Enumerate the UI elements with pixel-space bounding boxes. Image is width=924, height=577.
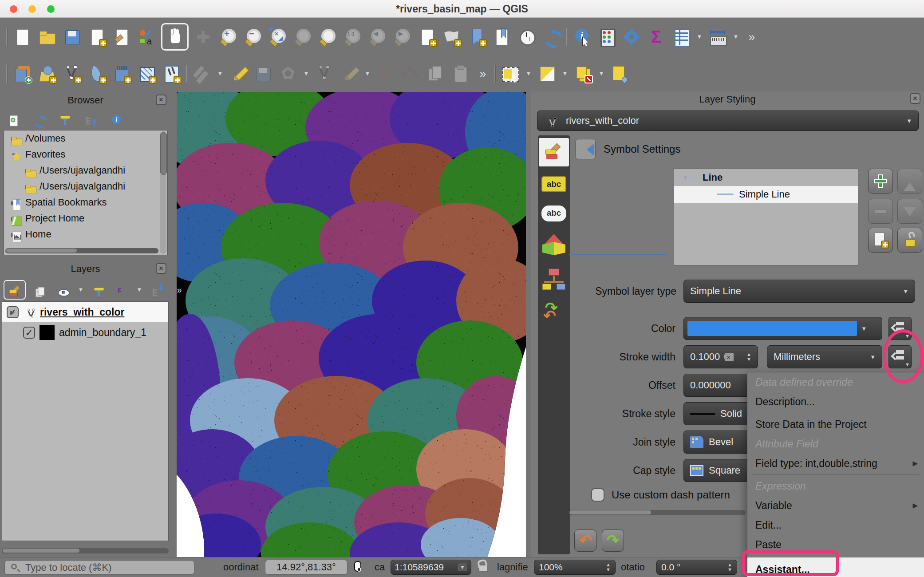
tab-labels[interactable]: abc: [541, 176, 566, 192]
select-features-dropdown[interactable]: ▼: [525, 63, 532, 84]
tab-masks[interactable]: abc: [541, 206, 566, 221]
symbol-layer-type-combo[interactable]: Simple Line▼: [683, 280, 915, 303]
lock-symbol-layer-button[interactable]: [897, 228, 922, 253]
paste-features-icon[interactable]: [450, 63, 470, 84]
deselect-dropdown[interactable]: ▼: [598, 63, 605, 84]
temporal-controller-icon[interactable]: [516, 27, 537, 47]
minimize-window-button[interactable]: [28, 5, 36, 13]
map-themes-dropdown[interactable]: ▼: [77, 283, 84, 296]
cut-features-icon[interactable]: [400, 63, 421, 84]
coordinate-value-field[interactable]: 14.92°,81.33°: [265, 560, 347, 575]
tab-symbology[interactable]: [539, 138, 569, 166]
copy-features-icon[interactable]: [425, 63, 446, 84]
data-source-manager-icon[interactable]: [12, 63, 32, 84]
browser-properties-icon[interactable]: i: [110, 114, 118, 123]
stroke-width-data-defined-override-button[interactable]: ▼: [888, 345, 912, 368]
new-virtual-layer-icon[interactable]: [111, 63, 132, 84]
refresh-browser-icon[interactable]: [32, 114, 41, 123]
layers-horizontal-scrollbar[interactable]: [2, 548, 169, 553]
spin-down-icon[interactable]: ▼: [746, 357, 751, 362]
zoom-full-extent-icon[interactable]: ×: [268, 27, 288, 47]
back-button[interactable]: [575, 139, 596, 159]
layer-checkbox[interactable]: ✓: [23, 327, 35, 339]
toolbar-overflow-icon[interactable]: »: [744, 27, 759, 47]
lock-scale-icon[interactable]: [478, 565, 488, 572]
processing-toolbox-icon[interactable]: [621, 27, 642, 47]
zoom-next-icon[interactable]: ▶: [392, 27, 412, 47]
browser-item-volumes[interactable]: ▶/Volumes: [4, 130, 167, 146]
current-edits-dropdown[interactable]: ▼: [217, 63, 224, 84]
menu-item-paste[interactable]: Paste: [747, 535, 924, 554]
remove-symbol-layer-button[interactable]: [868, 199, 893, 224]
menu-item-edit[interactable]: Edit...: [747, 515, 924, 535]
identify-features-icon[interactable]: i: [572, 27, 592, 47]
symbol-tree-line[interactable]: ▼ Line: [674, 169, 858, 186]
add-selected-layer-icon[interactable]: [7, 114, 16, 123]
new-shapefile-layer-icon[interactable]: [62, 63, 82, 84]
new-geopackage-layer-icon[interactable]: [37, 63, 57, 84]
color-data-defined-override-button[interactable]: ▼: [888, 317, 912, 340]
add-group-icon[interactable]: [33, 285, 42, 294]
coordinate-extent-icon[interactable]: [351, 560, 366, 574]
new-spatialite-layer-icon[interactable]: [87, 63, 107, 84]
new-spatial-bookmark-icon[interactable]: [466, 27, 487, 47]
browser-vertical-scrollbar[interactable]: [160, 131, 166, 254]
menu-item-store-data-in-project[interactable]: Store Data in the Project: [747, 415, 924, 434]
stroke-width-input[interactable]: 0.1000 × ▲▼: [683, 345, 758, 368]
layer-row-admin-boundary[interactable]: ✓ admin_boundary_1: [2, 322, 168, 343]
locate-search-field[interactable]: [4, 560, 194, 575]
tab-3d-view[interactable]: [542, 234, 565, 257]
new-mesh-layer-icon[interactable]: [136, 63, 157, 84]
measure-line-icon[interactable]: [707, 27, 728, 47]
scale-combo[interactable]: 1:10589639▼: [391, 560, 471, 575]
select-by-value-dropdown[interactable]: ▼: [561, 63, 569, 84]
maximize-window-button[interactable]: [47, 5, 55, 13]
layers-overflow-icon[interactable]: »: [171, 283, 186, 296]
close-icon[interactable]: ×: [156, 95, 166, 105]
close-icon[interactable]: ×: [910, 93, 920, 104]
use-custom-dash-checkbox[interactable]: [591, 488, 604, 502]
show-spatial-bookmarks-icon[interactable]: [491, 27, 512, 47]
magnifier-spinbox[interactable]: 100%▲▼: [534, 560, 616, 575]
filter-legend-icon[interactable]: [92, 285, 101, 294]
delete-selected-icon[interactable]: [375, 63, 396, 84]
add-feature-dropdown[interactable]: ▼: [303, 63, 310, 84]
browser-item-home[interactable]: ▶Home: [4, 226, 167, 242]
new-3d-map-view-icon[interactable]: [442, 27, 462, 47]
clear-value-icon[interactable]: ×: [723, 353, 734, 361]
close-icon[interactable]: ×: [156, 263, 166, 274]
modify-attributes-icon[interactable]: [339, 63, 359, 84]
zoom-last-icon[interactable]: ◀: [367, 27, 387, 47]
zoom-in-icon[interactable]: +: [218, 27, 238, 47]
menu-item-assistant[interactable]: Assistant...: [747, 557, 924, 577]
manage-map-themes-icon[interactable]: [56, 285, 65, 294]
select-by-location-icon[interactable]: [609, 63, 630, 84]
tab-history[interactable]: ↷ ↶: [542, 302, 565, 325]
add-symbol-layer-button[interactable]: [868, 169, 893, 194]
refresh-map-icon[interactable]: [541, 27, 561, 47]
duplicate-symbol-layer-button[interactable]: [868, 228, 893, 253]
save-layer-edits-icon[interactable]: [253, 63, 273, 84]
toggle-editing-icon[interactable]: [228, 63, 249, 84]
layer-row-rivers[interactable]: ▶ ✓ rivers_with_color: [2, 302, 168, 322]
open-layer-styling-icon[interactable]: [8, 285, 17, 293]
filter-browser-icon[interactable]: [58, 114, 67, 123]
new-print-layout-icon[interactable]: [87, 27, 107, 47]
filter-by-expression-icon[interactable]: ε: [115, 285, 124, 294]
modify-attributes-dropdown[interactable]: ▼: [364, 63, 371, 84]
vertex-tool-icon[interactable]: [314, 63, 335, 84]
symbol-tree-simple-line[interactable]: Simple Line: [674, 186, 858, 203]
style-manager-icon[interactable]: a: [136, 27, 157, 47]
open-project-icon[interactable]: [37, 27, 57, 47]
show-statistics-icon[interactable]: Σ: [646, 27, 667, 47]
menu-item-description[interactable]: Description...: [747, 392, 924, 411]
new-project-icon[interactable]: [12, 27, 32, 47]
invert-selection-icon[interactable]: [537, 63, 557, 84]
pan-map-icon[interactable]: [165, 27, 185, 47]
new-annotation-layer-icon[interactable]: [161, 63, 182, 84]
open-attribute-table-icon[interactable]: [671, 27, 691, 47]
map-canvas[interactable]: [177, 92, 526, 557]
redo-style-button[interactable]: ↷: [602, 530, 624, 552]
show-layout-manager-icon[interactable]: [111, 27, 132, 47]
menu-item-variable[interactable]: Variable▶: [747, 496, 924, 515]
